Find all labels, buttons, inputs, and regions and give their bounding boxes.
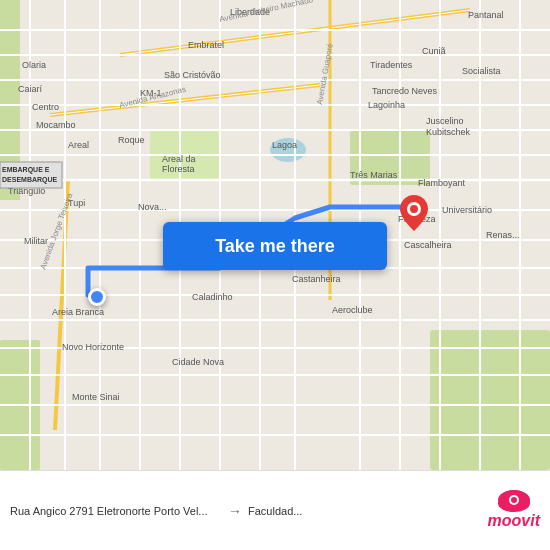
origin-label: Rua Angico 2791 Eletronorte Porto Vel... <box>10 505 222 517</box>
moovit-logo: moovit <box>488 490 540 530</box>
svg-point-89 <box>410 205 418 213</box>
map-container: Liberdade Pantanal Embratel Cuniã Olaria… <box>0 0 550 470</box>
moovit-text: moovit <box>488 512 540 530</box>
svg-point-92 <box>511 497 517 503</box>
moovit-icon <box>498 490 530 512</box>
bottom-bar: Rua Angico 2791 Eletronorte Porto Vel...… <box>0 470 550 550</box>
destination-marker <box>400 195 428 235</box>
take-me-there-button[interactable]: Take me there <box>163 222 387 270</box>
route-info: Rua Angico 2791 Eletronorte Porto Vel...… <box>10 503 540 519</box>
destination-label: Faculdad... <box>248 505 460 517</box>
arrow-icon: → <box>228 503 242 519</box>
origin-marker <box>88 288 106 306</box>
